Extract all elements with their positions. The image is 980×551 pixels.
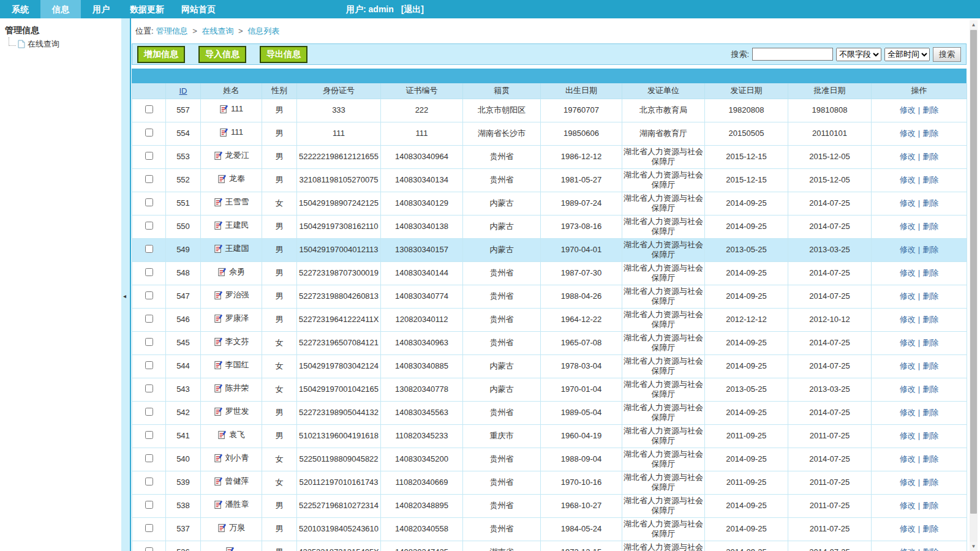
sidebar-item-online-query[interactable]: 在线查询 <box>0 39 121 50</box>
column-header-9[interactable]: 批准日期 <box>788 83 872 99</box>
edit-doc-icon[interactable] <box>214 151 223 160</box>
edit-link[interactable]: 修改 <box>900 408 916 417</box>
row-checkbox[interactable] <box>145 175 153 183</box>
edit-doc-icon[interactable] <box>217 523 227 533</box>
delete-link[interactable]: 删除 <box>922 291 938 301</box>
edit-link[interactable]: 修改 <box>900 547 916 551</box>
delete-link[interactable]: 删除 <box>922 268 938 277</box>
edit-doc-icon[interactable] <box>217 174 227 184</box>
row-checkbox[interactable] <box>145 361 153 369</box>
sidebar-splitter[interactable]: ◂ <box>121 18 131 551</box>
delete-link[interactable]: 删除 <box>922 222 938 231</box>
delete-link[interactable]: 删除 <box>922 501 938 510</box>
column-header-4[interactable]: 证书编号 <box>381 83 463 99</box>
edit-doc-icon[interactable] <box>219 104 228 114</box>
nav-tab-site-home[interactable]: 网站首页 <box>173 0 224 18</box>
edit-doc-icon[interactable] <box>214 197 223 207</box>
edit-link[interactable]: 修改 <box>900 431 916 440</box>
column-header-0[interactable]: ID <box>166 83 201 99</box>
edit-doc-icon[interactable] <box>214 244 223 253</box>
column-header-6[interactable]: 出生日期 <box>541 83 622 99</box>
delete-link[interactable]: 删除 <box>922 478 938 487</box>
breadcrumb-link[interactable]: 在线查询 <box>202 26 233 36</box>
row-checkbox[interactable] <box>145 478 153 485</box>
delete-link[interactable]: 删除 <box>922 245 938 254</box>
id-sort-link[interactable]: ID <box>179 86 187 96</box>
edit-doc-icon[interactable] <box>214 290 223 300</box>
edit-link[interactable]: 修改 <box>900 524 916 533</box>
edit-link[interactable]: 修改 <box>900 175 916 184</box>
edit-link[interactable]: 修改 <box>900 268 916 277</box>
delete-link[interactable]: 删除 <box>922 408 938 417</box>
row-checkbox[interactable] <box>145 501 153 509</box>
delete-link[interactable]: 删除 <box>922 547 938 551</box>
export-info-button[interactable]: 导出信息 <box>260 46 307 63</box>
edit-link[interactable]: 修改 <box>900 315 916 324</box>
edit-link[interactable]: 修改 <box>900 291 916 301</box>
edit-doc-icon[interactable] <box>214 407 223 416</box>
row-checkbox[interactable] <box>145 384 153 392</box>
delete-link[interactable]: 删除 <box>922 198 938 208</box>
row-checkbox[interactable] <box>145 454 153 462</box>
nav-tab-data-update[interactable]: 数据更新 <box>121 0 173 18</box>
breadcrumb-link[interactable]: 信息列表 <box>247 26 279 36</box>
edit-link[interactable]: 修改 <box>900 245 916 254</box>
edit-doc-icon[interactable] <box>217 267 227 277</box>
column-header-7[interactable]: 发证单位 <box>622 83 705 99</box>
row-checkbox[interactable] <box>145 291 153 299</box>
row-checkbox[interactable] <box>145 524 153 532</box>
edit-link[interactable]: 修改 <box>900 129 916 138</box>
column-header-2[interactable]: 性别 <box>262 83 297 99</box>
edit-link[interactable]: 修改 <box>900 198 916 208</box>
add-info-button[interactable]: 增加信息 <box>137 46 185 63</box>
edit-doc-icon[interactable] <box>214 313 223 323</box>
edit-doc-icon[interactable] <box>214 500 223 509</box>
breadcrumb-link[interactable]: 管理信息 <box>156 26 188 36</box>
edit-doc-icon[interactable] <box>225 546 235 551</box>
collapse-arrow-icon[interactable]: ◂ <box>123 293 126 299</box>
import-info-button[interactable]: 导入信息 <box>198 46 246 63</box>
delete-link[interactable]: 删除 <box>922 152 938 161</box>
delete-link[interactable]: 删除 <box>922 105 938 114</box>
row-checkbox[interactable] <box>145 547 153 551</box>
row-checkbox[interactable] <box>145 245 153 253</box>
row-checkbox[interactable] <box>145 105 153 113</box>
edit-link[interactable]: 修改 <box>900 152 916 161</box>
vertical-scrollbar[interactable]: ▲ ▼ <box>970 20 978 551</box>
row-checkbox[interactable] <box>145 129 153 137</box>
row-checkbox[interactable] <box>145 338 153 346</box>
edit-doc-icon[interactable] <box>214 220 223 230</box>
edit-link[interactable]: 修改 <box>900 501 916 510</box>
column-header-8[interactable]: 发证日期 <box>705 83 788 99</box>
edit-link[interactable]: 修改 <box>900 338 916 347</box>
time-select[interactable]: 全部时间 <box>884 48 930 61</box>
search-button[interactable]: 搜索 <box>933 47 961 62</box>
row-checkbox[interactable] <box>145 198 153 206</box>
nav-tab-info[interactable]: 信息 <box>40 0 81 18</box>
delete-link[interactable]: 删除 <box>922 454 938 463</box>
column-header-5[interactable]: 籍贯 <box>463 83 541 99</box>
row-checkbox[interactable] <box>145 431 153 439</box>
delete-link[interactable]: 删除 <box>922 431 938 440</box>
delete-link[interactable]: 删除 <box>922 384 938 394</box>
column-header-1[interactable]: 姓名 <box>201 83 262 99</box>
field-select[interactable]: 不限字段 <box>836 48 881 61</box>
delete-link[interactable]: 删除 <box>922 175 938 184</box>
edit-doc-icon[interactable] <box>214 476 223 486</box>
search-input[interactable] <box>752 48 833 61</box>
delete-link[interactable]: 删除 <box>922 129 938 138</box>
row-checkbox[interactable] <box>145 152 153 160</box>
edit-link[interactable]: 修改 <box>900 222 916 231</box>
edit-doc-icon[interactable] <box>214 383 223 393</box>
row-checkbox[interactable] <box>145 408 153 416</box>
row-checkbox[interactable] <box>145 268 153 276</box>
edit-link[interactable]: 修改 <box>900 478 916 487</box>
column-header-3[interactable]: 身份证号 <box>297 83 381 99</box>
edit-link[interactable]: 修改 <box>900 105 916 114</box>
scroll-up-icon[interactable]: ▲ <box>970 20 978 29</box>
delete-link[interactable]: 删除 <box>922 361 938 370</box>
delete-link[interactable]: 删除 <box>922 524 938 533</box>
edit-link[interactable]: 修改 <box>900 361 916 370</box>
logout-link[interactable]: [退出] <box>401 4 424 14</box>
delete-link[interactable]: 删除 <box>922 315 938 324</box>
